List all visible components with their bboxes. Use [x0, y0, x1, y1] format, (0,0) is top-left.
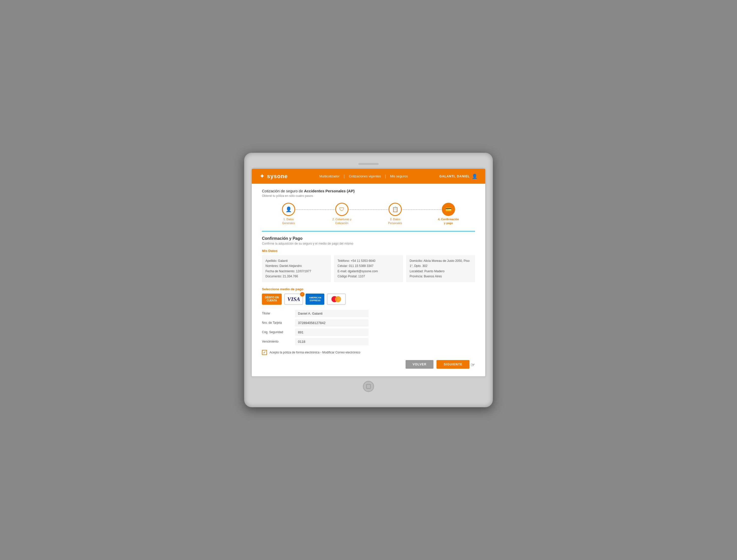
payment-label: Seleccione medio de pago	[262, 287, 475, 291]
documento: Documento: 21.334.766	[265, 274, 327, 279]
celular: Celular: 011 15 5388 3347	[338, 263, 399, 268]
value-titular[interactable]: Daniel A. Galanti	[295, 310, 369, 317]
payment-amex[interactable]: AMERICANEXPRESS	[306, 294, 324, 305]
step-1-label: 1. DatosGenerales	[282, 217, 295, 225]
siguiente-button[interactable]: SIGUIENTE	[437, 360, 470, 369]
form-row-cod-seguridad: Cóg. Seguridad 891	[262, 329, 369, 336]
page-title: Cotización de seguro de Accidentes Perso…	[262, 189, 475, 193]
form-row-titular: Titular Daniel A. Galanti	[262, 310, 369, 317]
localidad: Localidad: Puerto Madero	[410, 269, 472, 274]
logo-icon: ✦	[259, 172, 265, 180]
card-form: Titular Daniel A. Galanti Nro. de Tarjet…	[262, 310, 369, 345]
label-titular: Titular	[262, 312, 295, 315]
email: E-mail: dgalanti@sysone.com	[338, 269, 399, 274]
steps-underline	[262, 231, 475, 232]
user-name: GALANTI, DANIEL	[439, 175, 470, 178]
step-1-connector	[289, 209, 342, 210]
label-vencimiento: Vencimiento	[262, 340, 295, 343]
section-desc: Confirme la adquisición de su seguro y e…	[262, 242, 475, 245]
amex-label: AMERICANEXPRESS	[309, 296, 321, 302]
step-1-circle: 👤	[282, 203, 295, 216]
codigo-postal: Código Postal: 1107	[338, 274, 399, 279]
mastercard-logo	[331, 296, 341, 302]
step-3: 📋 3. DatosPersonales	[369, 203, 422, 225]
label-nro-tarjeta: Nro. de Tarjeta	[262, 321, 295, 325]
form-row-nro-tarjeta: Nro. de Tarjeta 372894058127842	[262, 319, 369, 327]
nombres: Nombres: Daniel Alejandro	[265, 263, 327, 268]
checkbox-label: Acepto la póliza de forma electrónica - …	[270, 351, 360, 354]
step-3-connector	[395, 209, 448, 210]
step-4: 💳 4. Confirmacióny pago	[422, 203, 475, 225]
nav-divider-2: |	[385, 174, 386, 179]
form-row-vencimiento: Vencimiento 0118	[262, 338, 369, 345]
data-card-1: Apellido: Galanti Nombres: Daniel Alejan…	[262, 255, 331, 282]
domicilio: Domicilio: Alicia Moreau de Justo 2050, …	[410, 258, 472, 269]
device-frame: ✦ sysone Multicotizador | Cotizaciones v…	[244, 153, 493, 407]
label-cod-seguridad: Cóg. Seguridad	[262, 330, 295, 334]
accept-checkbox[interactable]: ✓	[262, 350, 267, 355]
debito-label: DÉBITO ENCUENTA	[265, 296, 279, 302]
payment-visa[interactable]: VISA ✓	[284, 294, 303, 305]
cursor-icon: ☞	[471, 362, 475, 368]
data-card-2: Teléfono: +54 11 5353 6640 Celular: 011 …	[334, 255, 403, 282]
device-top-bar	[252, 163, 485, 165]
screen: ✦ sysone Multicotizador | Cotizaciones v…	[252, 169, 485, 376]
step-4-circle: 💳	[442, 203, 455, 216]
telefono: Teléfono: +54 11 5353 6640	[338, 258, 399, 263]
step-2-connector	[342, 209, 395, 210]
buttons-area: VOLVER SIGUIENTE ☞	[262, 360, 475, 369]
nav-area: Multicotizador | Cotizaciones vigentes |…	[288, 174, 440, 179]
home-square-icon	[366, 384, 371, 389]
visa-check-icon: ✓	[300, 292, 305, 297]
data-card-3: Domicilio: Alicia Moreau de Justo 2050, …	[406, 255, 475, 282]
user-area: GALANTI, DANIEL 👤	[439, 174, 478, 179]
page-subtitle: Obtené tu póliza en sólo cuatro pasos	[262, 194, 475, 198]
payment-mastercard[interactable]	[327, 294, 346, 305]
step-3-circle: 📋	[389, 203, 402, 216]
steps-container: 👤 1. DatosGenerales 🛡 2. Coberturas yCot…	[262, 203, 475, 228]
page-title-prefix: Cotización de seguro de	[262, 189, 304, 193]
value-cod-seguridad[interactable]: 891	[295, 329, 369, 336]
logo-area: ✦ sysone	[259, 172, 288, 180]
nav-mis-seguros[interactable]: Mis seguros	[386, 174, 412, 178]
step-2: 🛡 2. Coberturas yCotización	[315, 203, 369, 225]
provincia: Provincia: Buenos Aires	[410, 274, 472, 279]
value-vencimiento[interactable]: 0118	[295, 338, 369, 345]
home-button[interactable]	[363, 381, 374, 392]
app-header: ✦ sysone Multicotizador | Cotizaciones v…	[252, 169, 485, 184]
section-title: Confirmación y Pago	[262, 236, 475, 241]
step-1: 👤 1. DatosGenerales	[262, 203, 315, 225]
device-speaker	[358, 163, 379, 165]
main-content: Cotización de seguro de Accidentes Perso…	[252, 184, 485, 376]
step-3-label: 3. DatosPersonales	[388, 217, 402, 225]
data-cards: Apellido: Galanti Nombres: Daniel Alejan…	[262, 255, 475, 282]
checkbox-area: ✓ Acepto la póliza de forma electrónica …	[262, 350, 475, 355]
nav-divider-1: |	[344, 174, 345, 179]
apellido: Apellido: Galanti	[265, 258, 327, 263]
step-2-circle: 🛡	[335, 203, 348, 216]
volver-button[interactable]: VOLVER	[406, 360, 433, 369]
step-2-label: 2. Coberturas yCotización	[332, 217, 351, 225]
user-icon: 👤	[472, 174, 478, 179]
visa-text: VISA	[287, 296, 300, 302]
nav-multicotizador[interactable]: Multicotizador	[315, 174, 344, 178]
nav-cotizaciones[interactable]: Cotizaciones vigentes	[345, 174, 385, 178]
checkbox-checkmark: ✓	[263, 350, 266, 354]
mis-datos-title: Mis Datos	[262, 249, 475, 253]
value-nro-tarjeta[interactable]: 372894058127842	[295, 319, 369, 327]
page-title-bold: Accidentes Personales (AP)	[304, 189, 355, 193]
logo-text: sysone	[267, 173, 288, 180]
payment-methods: DÉBITO ENCUENTA VISA ✓ AMERICANEXPRESS	[262, 294, 475, 305]
step-4-label: 4. Confirmacióny pago	[438, 217, 459, 225]
device-bottom	[252, 381, 485, 392]
mc-circle-yellow	[335, 296, 341, 302]
payment-debito[interactable]: DÉBITO ENCUENTA	[262, 294, 282, 305]
fecha-nac: Fecha de Nacimiento: 12/07/1977	[265, 269, 327, 274]
